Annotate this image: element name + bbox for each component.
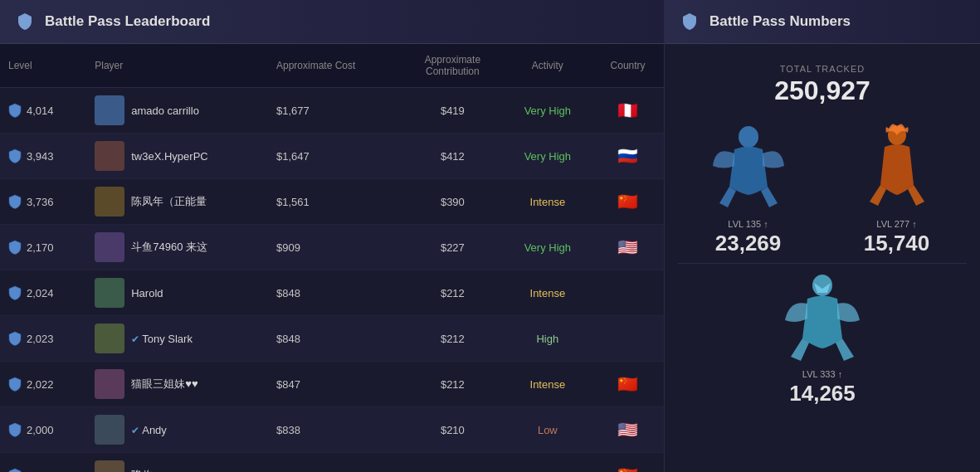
char-1-level: LVL 135 ↑	[728, 219, 768, 229]
leaderboard-title: Battle Pass Leaderboard	[45, 13, 210, 30]
shield-icon	[8, 103, 22, 118]
level-cell: 1,902	[0, 453, 86, 473]
table-row: 3,943 tw3eX.HyperPC $1,647$412Very High🇷…	[0, 134, 664, 179]
char-3-img	[781, 270, 864, 366]
country-flag: 🇵🇪	[617, 101, 638, 119]
contribution-cell: $412	[402, 134, 503, 179]
country-flag: 🇷🇺	[617, 147, 638, 165]
shield-icon	[8, 148, 22, 163]
table-row: 4,014 amado carrillo $1,677$419Very High…	[0, 88, 664, 134]
country-flag: 🇨🇳	[617, 466, 638, 472]
player-cell: 陈凤年（正能量	[86, 179, 268, 225]
character-img-2	[851, 116, 943, 216]
cost-cell: $1,647	[268, 134, 402, 179]
contribution-cell: $390	[402, 179, 503, 225]
cost-cell: $838	[268, 407, 402, 453]
country-flag: 🇨🇳	[617, 192, 638, 211]
country-cell: 🇨🇳	[592, 179, 664, 225]
char-1-count: 23,269	[715, 231, 782, 256]
contribution-cell: $212	[402, 362, 503, 407]
country-flag: 🇺🇸	[617, 421, 638, 439]
level-cell: 3,736	[0, 179, 86, 225]
activity-cell: Low	[503, 407, 592, 453]
table-row: 2,000 ✔Andy $838$210Low🇺🇸	[0, 407, 664, 453]
characters-row: LVL 135 ↑ 23,269 LVL 277 ↑ 15,	[678, 116, 967, 256]
character-card-1: LVL 135 ↑ 23,269	[678, 116, 818, 256]
col-player: Player	[86, 44, 268, 88]
cost-cell: $848	[268, 316, 402, 362]
leaderboard-header-icon	[13, 10, 37, 33]
total-tracked-value: 250,927	[678, 75, 967, 106]
country-cell	[592, 316, 664, 362]
country-flag: 🇺🇸	[617, 238, 638, 256]
player-name: 猫眼三姐妹♥♥	[131, 377, 197, 392]
activity-cell: Intense	[503, 179, 592, 225]
activity-cell: Intense	[503, 362, 592, 407]
shield-icon	[8, 331, 22, 346]
player-name: 陈凤年（正能量	[131, 194, 207, 209]
divider	[678, 263, 967, 264]
col-cost: Approximate Cost	[268, 44, 402, 88]
player-name: 斗鱼74960 来这	[131, 240, 207, 255]
col-contribution: ApproximateContribution	[402, 44, 503, 88]
numbers-content: TOTAL TRACKED 250,927 LVL 135 ↑	[665, 44, 980, 420]
col-activity: Activity	[503, 44, 592, 88]
table-row: 2,170 斗鱼74960 来这 $909$227Very High🇺🇸	[0, 225, 664, 270]
bottom-character: LVL 333 ↑ 14,265	[678, 270, 967, 406]
player-cell: ✔Andy	[86, 407, 268, 453]
activity-cell: Very High	[503, 88, 592, 134]
level-cell: 3,943	[0, 134, 86, 179]
player-name: ✔Andy	[131, 424, 167, 436]
country-flag: 🇨🇳	[617, 375, 638, 393]
player-name: 降临	[131, 468, 153, 472]
shield-icon	[8, 422, 22, 437]
contribution-cell: $419	[402, 88, 503, 134]
country-cell	[592, 270, 664, 316]
avatar	[95, 232, 124, 262]
player-cell: 猫眼三姐妹♥♥	[86, 362, 268, 407]
shield-icon	[8, 377, 22, 392]
char-2-count: 15,740	[864, 231, 930, 256]
player-name: amado carrillo	[131, 105, 199, 117]
activity-cell: Very High	[503, 134, 592, 179]
char-3-count: 14,265	[789, 381, 856, 406]
avatar	[95, 415, 124, 445]
table-row: 2,023 ✔Tony Slark $848$212High	[0, 316, 664, 362]
level-cell: 2,000	[0, 407, 86, 453]
character-card-2: LVL 277 ↑ 15,740	[826, 116, 967, 256]
table-row: 3,736 陈凤年（正能量 $1,561$390Intense🇨🇳	[0, 179, 664, 225]
player-cell: Harold	[86, 270, 268, 316]
activity-cell: Very High	[503, 225, 592, 270]
activity-cell: High	[503, 316, 592, 362]
player-name: tw3eX.HyperPC	[131, 150, 207, 163]
shield-icon	[8, 468, 22, 472]
cost-cell: $1,677	[268, 88, 402, 134]
right-panel: Battle Pass Numbers TOTAL TRACKED 250,92…	[664, 0, 980, 472]
avatar	[95, 95, 124, 125]
level-cell: 4,014	[0, 88, 86, 134]
player-name: Harold	[131, 287, 163, 299]
total-tracked-label: TOTAL TRACKED	[678, 64, 967, 74]
shield-icon	[8, 285, 22, 300]
player-cell: 斗鱼74960 来这	[86, 225, 268, 270]
country-cell: 🇷🇺	[592, 134, 664, 179]
col-country: Country	[592, 44, 664, 88]
activity-cell: Low	[503, 453, 592, 473]
avatar	[95, 278, 124, 308]
country-cell: 🇨🇳	[592, 453, 664, 473]
contribution-cell: $227	[402, 225, 503, 270]
cost-cell: $847	[268, 362, 402, 407]
char-3-level: LVL 333 ↑	[802, 369, 842, 379]
player-cell: ✔Tony Slark	[86, 316, 268, 362]
verified-icon: ✔	[131, 333, 139, 345]
activity-cell: Intense	[503, 270, 592, 316]
level-cell: 2,022	[0, 362, 86, 407]
level-cell: 2,023	[0, 316, 86, 362]
leaderboard-header: Battle Pass Leaderboard	[0, 0, 664, 44]
numbers-title: Battle Pass Numbers	[709, 13, 851, 30]
cost-cell: $1,561	[268, 179, 402, 225]
numbers-header: Battle Pass Numbers	[665, 0, 980, 44]
level-cell: 2,170	[0, 225, 86, 270]
player-cell: tw3eX.HyperPC	[86, 134, 268, 179]
contribution-cell: $212	[402, 316, 503, 362]
